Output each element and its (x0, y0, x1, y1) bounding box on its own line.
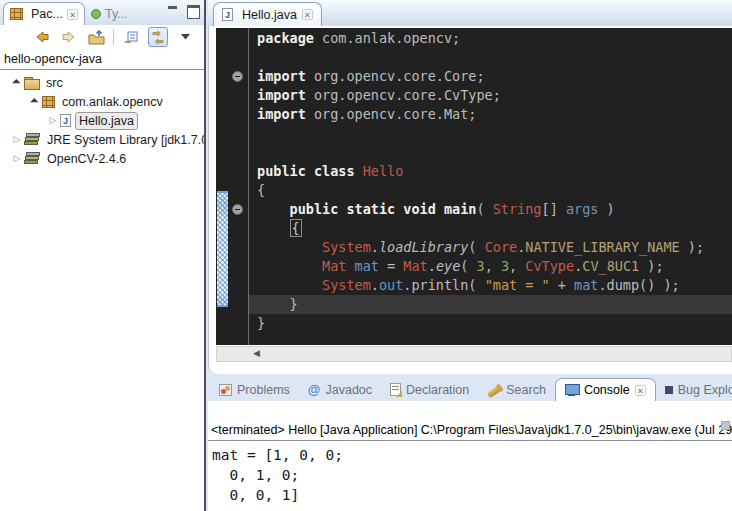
project-header[interactable]: hello-opencv-java (0, 49, 204, 70)
close-icon[interactable]: ✕ (635, 385, 646, 396)
tab-search[interactable]: Search (478, 378, 555, 401)
code-line: } (257, 314, 732, 333)
bottom-tabbar: Problems @ Javadoc Declaration Search Co… (208, 377, 732, 401)
view-menu-button[interactable] (175, 27, 195, 47)
toolbar-separator (113, 29, 114, 45)
horizontal-scrollbar[interactable]: ◀ (216, 346, 732, 362)
javadoc-icon: @ (308, 382, 321, 397)
code-line: System.loadLibrary( Core.NATIVE_LIBRARY_… (257, 238, 732, 257)
code-line: public class Hello (257, 162, 732, 181)
minimize-icon[interactable] (167, 5, 179, 16)
back-button[interactable] (32, 27, 52, 47)
package-explorer-panel: Pac... ✕ Ty... (0, 0, 206, 511)
fold-gutter-divider (248, 28, 249, 345)
code-lines: package com.anlak.opencv;import org.open… (249, 28, 732, 333)
editor-frame: package com.anlak.opencv;import org.open… (208, 26, 732, 374)
code-line (257, 143, 732, 162)
tree-item-label: OpenCV-2.4.6 (44, 151, 129, 167)
tab-javadoc-label: Javadoc (325, 383, 372, 397)
tab-search-label: Search (506, 383, 546, 397)
up-button[interactable] (86, 27, 106, 47)
panel-window-buttons (167, 5, 199, 16)
tab-problems[interactable]: Problems (210, 378, 299, 401)
tree-item-hello-java[interactable]: ▷ J Hello.java (0, 111, 204, 130)
package-icon (42, 96, 55, 108)
code-line: import org.opencv.core.CvType; (257, 86, 732, 105)
code-line: { (257, 219, 732, 238)
tree-item-jre-library[interactable]: ▷ JRE System Library [jdk1.7.0 (0, 130, 204, 149)
java-file-icon: J (222, 8, 233, 21)
tree-item-label: com.anlak.opencv (59, 94, 166, 110)
code-line: import org.opencv.core.Mat; (257, 105, 732, 124)
range-indicator (217, 191, 228, 307)
tab-type-hierarchy-label: Ty... (105, 7, 128, 21)
tab-bug-explorer-label: Bug Explorer (678, 383, 732, 397)
code-line (257, 48, 732, 67)
editor-tab-label: Hello.java (242, 8, 297, 22)
collapse-arrow-icon[interactable]: ▷ (46, 116, 60, 125)
editor-tab-hello-java[interactable]: J Hello.java ✕ (213, 2, 322, 26)
tab-type-hierarchy[interactable]: Ty... (85, 2, 134, 25)
forward-button[interactable] (59, 27, 79, 47)
console-view: <terminated> Hello [Java Application] C:… (208, 401, 732, 511)
close-icon[interactable]: ✕ (67, 9, 78, 20)
console-output-line: 0, 1, 0; (212, 465, 732, 485)
tab-package-explorer-label: Pac... (31, 7, 63, 21)
tab-declaration-label: Declaration (406, 383, 469, 397)
console-icon (565, 384, 579, 396)
search-icon (487, 385, 502, 398)
tab-package-explorer[interactable]: Pac... ✕ (3, 2, 85, 25)
console-title: <terminated> Hello [Java Application] C:… (208, 423, 732, 441)
code-editor[interactable]: package com.anlak.opencv;import org.open… (216, 28, 732, 345)
tree-item-label-selected: Hello.java (75, 112, 138, 130)
java-file-icon: J (60, 114, 71, 127)
tree-item-label: src (43, 75, 66, 91)
tab-problems-label: Problems (237, 383, 290, 397)
console-toolbar-icon[interactable] (721, 421, 730, 430)
code-line (257, 124, 732, 143)
fold-collapse-icon[interactable] (232, 204, 243, 215)
expand-arrow-icon[interactable] (28, 95, 42, 109)
problems-icon (219, 384, 232, 396)
package-explorer-body: hello-opencv-java src com.anlak.opencv ▷… (0, 25, 204, 511)
fold-collapse-icon[interactable] (232, 71, 243, 82)
tab-console-label: Console (584, 383, 630, 397)
package-explorer-icon (10, 8, 23, 20)
library-icon (24, 152, 40, 165)
eclipse-workbench: { "sidebar": { "tabs": [ { "label": "Pac… (0, 0, 732, 511)
package-explorer-toolbar (0, 25, 204, 49)
expand-arrow-icon[interactable] (10, 76, 24, 90)
tree-item-label: JRE System Library [jdk1.7.0 (44, 132, 204, 148)
collapse-arrow-icon[interactable]: ▷ (10, 135, 24, 144)
type-hierarchy-icon (91, 9, 101, 19)
scroll-left-icon[interactable]: ◀ (253, 348, 260, 358)
bottom-view-panel: Problems @ Javadoc Declaration Search Co… (208, 377, 732, 511)
code-line: import org.opencv.core.Core; (257, 67, 732, 86)
editor-area: J Hello.java ✕ package com.anlak.opencv;… (208, 0, 732, 374)
maximize-icon[interactable] (187, 5, 199, 16)
tree-item-src[interactable]: src (0, 73, 204, 92)
code-line: package com.anlak.opencv; (257, 29, 732, 48)
collapse-arrow-icon[interactable]: ▷ (10, 154, 24, 163)
tab-console[interactable]: Console ✕ (555, 378, 656, 401)
project-tree: src com.anlak.opencv ▷ J Hello.java ▷ JR… (0, 70, 204, 168)
editor-tabbar: J Hello.java ✕ (208, 0, 732, 26)
tab-bug-explorer[interactable]: Bug Explorer (656, 378, 732, 401)
declaration-icon (390, 383, 401, 396)
left-panel-tabbar: Pac... ✕ Ty... (0, 0, 204, 25)
code-line: { (257, 181, 732, 200)
code-line: } (249, 295, 732, 314)
tab-declaration[interactable]: Declaration (381, 378, 478, 401)
code-line: Mat mat = Mat.eye( 3, 3, CvType.CV_8UC1 … (257, 257, 732, 276)
console-output[interactable]: mat = [1, 0, 0; 0, 1, 0; 0, 0, 1] (208, 441, 732, 505)
bug-explorer-icon (665, 386, 673, 394)
code-line: System.out.println( "mat = " + mat.dump(… (257, 276, 732, 295)
tree-item-package[interactable]: com.anlak.opencv (0, 92, 204, 111)
collapse-all-button[interactable] (121, 27, 141, 47)
close-icon[interactable]: ✕ (302, 9, 313, 20)
link-editor-button[interactable] (148, 27, 168, 47)
library-icon (24, 133, 40, 146)
source-folder-icon (24, 77, 39, 89)
tab-javadoc[interactable]: @ Javadoc (299, 378, 381, 401)
tree-item-opencv-library[interactable]: ▷ OpenCV-2.4.6 (0, 149, 204, 168)
